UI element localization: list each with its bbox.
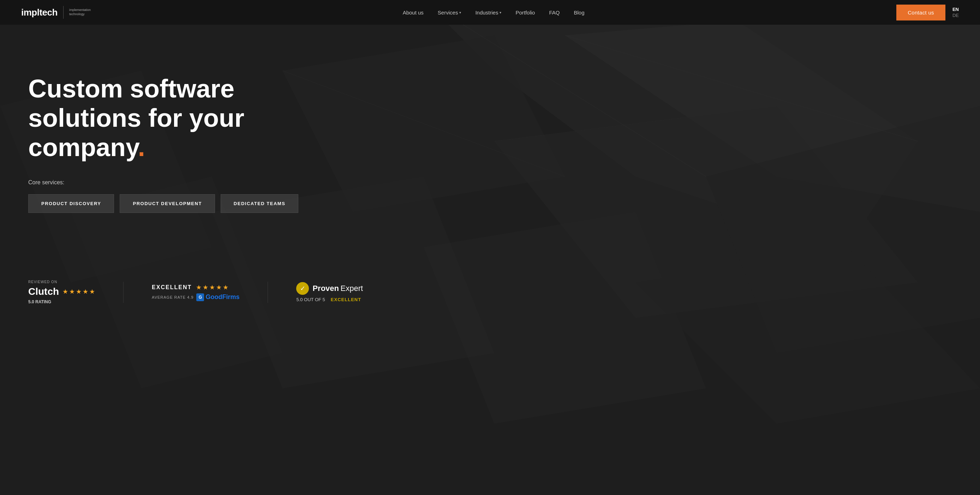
ratings-section: REVIEWED ON Clutch ★ ★ ★ ★ ★ 5.0 RATING … bbox=[0, 269, 980, 322]
nav-link-services[interactable]: Services ▾ bbox=[438, 10, 461, 16]
goodfirms-brand-text: GoodFirms bbox=[205, 293, 239, 301]
nav-link-industries[interactable]: Industries ▾ bbox=[475, 10, 501, 16]
clutch-brand: Clutch bbox=[28, 286, 59, 297]
navbar: impltech implementation technology About… bbox=[0, 0, 980, 25]
hero-dot: . bbox=[138, 133, 145, 161]
goodfirms-logo: G GoodFirms bbox=[196, 293, 239, 301]
clutch-stars: ★ ★ ★ ★ ★ bbox=[62, 288, 95, 296]
product-discovery-button[interactable]: PRODUCT DISCOVERY bbox=[28, 194, 114, 213]
proven-expert-badge: ✓ bbox=[296, 282, 309, 295]
contact-us-button[interactable]: Contact us bbox=[896, 5, 945, 21]
logo-divider bbox=[63, 6, 64, 19]
dedicated-teams-button[interactable]: DEDICATED TEAMS bbox=[221, 194, 298, 213]
proven-expert-excellent: EXCELLENT bbox=[331, 297, 361, 302]
clutch-rating: REVIEWED ON Clutch ★ ★ ★ ★ ★ 5.0 RATING bbox=[28, 280, 95, 304]
logo-subtitle: implementation technology bbox=[69, 8, 91, 16]
service-buttons: PRODUCT DISCOVERY PRODUCT DEVELOPMENT DE… bbox=[28, 194, 952, 213]
industries-dropdown-arrow: ▾ bbox=[500, 11, 501, 14]
nav-item-industries[interactable]: Industries ▾ bbox=[475, 10, 501, 16]
goodfirms-icon: G bbox=[196, 293, 204, 301]
proven-expert-top: ✓ Proven Expert bbox=[296, 282, 363, 295]
goodfirms-excellent: EXCELLENT bbox=[152, 284, 192, 291]
goodfirms-avg-label: AVERAGE RATE 4.9 bbox=[152, 295, 194, 299]
nav-item-portfolio[interactable]: Portfolio bbox=[515, 10, 535, 16]
lang-en[interactable]: EN bbox=[953, 7, 959, 12]
goodfirms-stars: ★ ★ ★ ★ ★ bbox=[196, 283, 228, 291]
product-development-button[interactable]: PRODUCT DEVELOPMENT bbox=[120, 194, 215, 213]
language-switcher: EN DE bbox=[953, 7, 959, 18]
clutch-score: 5.0 RATING bbox=[28, 299, 95, 304]
nav-links: About us Services ▾ Industries ▾ Portfol… bbox=[403, 10, 585, 16]
rating-divider-2 bbox=[267, 282, 268, 303]
proven-expert-score: 5.0 OUT OF 5 bbox=[296, 297, 325, 302]
services-dropdown-arrow: ▾ bbox=[459, 11, 461, 14]
goodfirms-badge: AVERAGE RATE 4.9 G GoodFirms bbox=[152, 293, 239, 301]
hero-title: Custom software solutions for your compa… bbox=[28, 74, 304, 162]
nav-item-services[interactable]: Services ▾ bbox=[438, 10, 461, 16]
proven-expert-brand: Proven Expert bbox=[312, 284, 363, 293]
proven-expert-rating: ✓ Proven Expert 5.0 OUT OF 5 EXCELLENT bbox=[296, 282, 363, 302]
clutch-reviewed-label: REVIEWED ON bbox=[28, 280, 95, 284]
nav-link-portfolio[interactable]: Portfolio bbox=[515, 10, 535, 16]
nav-link-about[interactable]: About us bbox=[403, 10, 424, 16]
goodfirms-rating: EXCELLENT ★ ★ ★ ★ ★ AVERAGE RATE 4.9 G G… bbox=[152, 283, 239, 301]
nav-item-about[interactable]: About us bbox=[403, 10, 424, 16]
nav-right: Contact us EN DE bbox=[896, 5, 959, 21]
nav-link-faq[interactable]: FAQ bbox=[549, 10, 560, 16]
nav-item-faq[interactable]: FAQ bbox=[549, 10, 560, 16]
hero-section: Custom software solutions for your compa… bbox=[0, 25, 980, 269]
logo-name: impltech bbox=[21, 7, 57, 18]
nav-item-blog[interactable]: Blog bbox=[574, 10, 584, 16]
lang-de[interactable]: DE bbox=[953, 13, 959, 18]
nav-link-blog[interactable]: Blog bbox=[574, 10, 584, 16]
logo: impltech implementation technology bbox=[21, 6, 91, 19]
core-services-label: Core services: bbox=[28, 179, 952, 186]
rating-divider-1 bbox=[123, 282, 124, 303]
